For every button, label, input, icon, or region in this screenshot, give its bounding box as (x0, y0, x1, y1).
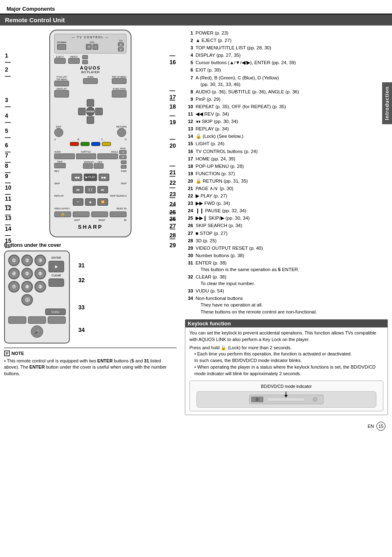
list-item-9: 9PinP (p. 29) (185, 96, 388, 102)
exit-btn[interactable] (54, 128, 63, 137)
ann-19: — 19 (169, 112, 176, 125)
input-up-btn[interactable] (82, 55, 88, 59)
return-btn[interactable] (117, 128, 126, 137)
colored-btns-row: A B C D (54, 138, 127, 146)
ch-btns: ∧ ∨ (118, 42, 124, 51)
list-item-11: 11◀◀ REV (p. 34) (185, 111, 388, 117)
nav-up-btn[interactable] (87, 99, 94, 107)
function-btn[interactable] (112, 90, 127, 97)
ann-31: 31 (78, 262, 85, 269)
green-btn[interactable] (81, 142, 90, 146)
vol-minus-btn[interactable]: − (92, 44, 98, 50)
stop-btn[interactable]: ■ (85, 198, 96, 206)
tv-power-btn[interactable] (57, 44, 66, 50)
mic-btn[interactable]: 🎤 (31, 325, 43, 338)
nav-down-btn[interactable] (87, 116, 94, 124)
special-labels: VIDEO OUTPUT RESET 3D (54, 207, 127, 210)
note-header: NOTE (4, 350, 177, 356)
audio-btn[interactable] (54, 153, 75, 159)
asa-btns (54, 153, 118, 159)
eject-btn[interactable] (54, 58, 66, 64)
skip-back-btn[interactable]: ⏮ (73, 186, 83, 193)
input-group: INPUT (68, 56, 80, 64)
pinp-btn[interactable] (54, 163, 66, 168)
num-0-btn[interactable]: ⓪ (21, 294, 33, 306)
enter-center-btn[interactable]: ENTER (86, 107, 95, 116)
list-item-23: 23▶▶ FWD (p. 34) (185, 200, 388, 207)
num-6-btn[interactable]: ⑥ (35, 268, 46, 279)
skip-fwd-btn[interactable]: ⏭ (97, 186, 108, 193)
introduction-tab: Introduction (382, 82, 392, 124)
subtitle-label: SUBTITLE (81, 151, 91, 153)
angle-btn[interactable] (97, 153, 118, 159)
yellow-btn[interactable] (102, 142, 111, 146)
replay-btn[interactable]: ↩ (73, 198, 83, 206)
ann-20: — 20 (169, 136, 176, 149)
ann-1: 1 — (5, 52, 11, 65)
popup-btn[interactable] (112, 78, 127, 84)
off-btn[interactable] (94, 163, 104, 169)
subtitle-btn[interactable] (76, 153, 97, 159)
ann-5: 5 — (5, 128, 11, 141)
repeat-up-btn[interactable] (121, 160, 127, 164)
list-item-30: 30Number buttons (p. 38) (185, 252, 388, 259)
3d-btn[interactable] (110, 211, 127, 217)
list-item-32: 32CLEAR (p. 38)To clear the input number… (185, 274, 388, 287)
lock-btn[interactable]: 🔒 (54, 211, 71, 217)
light-btn[interactable] (73, 211, 90, 217)
vol-btns: + − (86, 44, 98, 50)
ch-up-btn[interactable]: ∧ (118, 42, 124, 46)
num-2-btn[interactable]: ② (21, 255, 33, 266)
bottom-cover-btn-2[interactable] (28, 316, 46, 324)
num-9-btn[interactable]: ⑨ (35, 281, 46, 292)
skip-search-btn[interactable]: ⏩ (97, 198, 108, 206)
page-up-btn[interactable]: ∧ (119, 150, 127, 154)
special-row: 🔒 (54, 211, 127, 217)
num-4-btn[interactable]: ④ (8, 268, 20, 279)
list-item-6: 6EXIT (p. 39) (185, 67, 388, 73)
replay-labels: REPLAY SKIP SEARCH (54, 195, 127, 197)
bottom-cover-btn-1[interactable] (8, 316, 26, 324)
num-8-btn[interactable]: ⑧ (21, 281, 33, 292)
num-1-btn[interactable]: ① (8, 255, 20, 266)
nav-right-btn[interactable] (95, 108, 103, 115)
angle-label: ANGLE (111, 151, 118, 153)
vudu-btn[interactable]: VUDU (45, 309, 66, 315)
home-btn[interactable] (83, 78, 98, 84)
input-down-btn[interactable] (82, 60, 88, 64)
repeat-down-btn[interactable] (121, 165, 127, 169)
input-btn[interactable] (68, 58, 80, 64)
repeat-up-down (121, 160, 127, 169)
red-btn[interactable] (70, 142, 79, 146)
num-5-btn[interactable]: ⑤ (21, 268, 33, 279)
bottom-cover-btn-3[interactable] (48, 316, 66, 324)
numpad-enter-area: ① ② ③ ④ ⑤ ⑥ ⑦ ⑧ ⑨ (8, 255, 66, 307)
display-group: DISPLAY (54, 88, 69, 97)
ann-14: 14 — (5, 225, 12, 239)
play-btn[interactable]: ▶ PLAY (84, 174, 97, 181)
page-down-btn[interactable]: ∨ (119, 155, 127, 159)
clear-btn[interactable] (48, 278, 64, 287)
display-btn[interactable] (54, 90, 69, 97)
rev-btn[interactable]: ◀◀ (71, 174, 82, 181)
pause-btn[interactable]: ❙❙ (85, 186, 96, 193)
rev-play-fwd-labels: REV FWD (54, 170, 127, 172)
repeat-btn[interactable] (83, 163, 93, 169)
enter-cover-btn[interactable]: ▶ (48, 261, 64, 272)
blue-btn[interactable] (91, 142, 100, 146)
num-3-btn[interactable]: ③ (35, 255, 46, 266)
vol-plus-btn[interactable]: + (86, 44, 92, 50)
main-content: 1 — 2 — 3 — 4 — 5 — 6 — 7 — 8 — 9 — 10 —… (0, 26, 392, 415)
vol-label: VOL (90, 41, 95, 44)
svg-rect-7 (267, 398, 304, 401)
num-7-btn[interactable]: ⑦ (8, 281, 20, 292)
bd-indicator-img (196, 391, 376, 408)
top-menu-btn[interactable] (54, 81, 69, 86)
ch-down-btn[interactable]: ∨ (118, 47, 124, 51)
reset-btn[interactable] (91, 211, 108, 217)
fwd-btn[interactable]: ▶▶ (99, 174, 109, 181)
3d-sublabel: 3D (124, 219, 127, 221)
list-item-10: 10REPEAT (p. 35), OFF (for REPEAT) (p. 3… (185, 103, 388, 110)
nav-left-btn[interactable] (78, 108, 85, 115)
list-item-26: 26SKIP SEARCH (p. 34) (185, 222, 388, 229)
